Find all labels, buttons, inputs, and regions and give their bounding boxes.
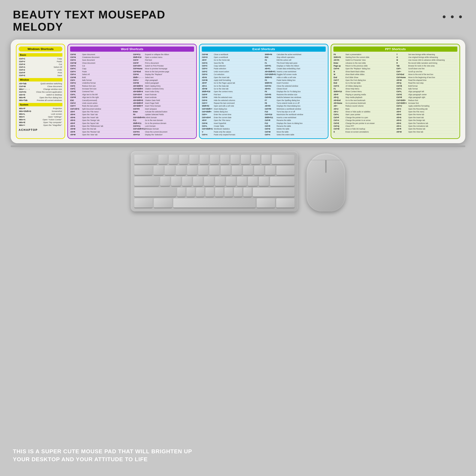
list-item: Alt+WGo to the view tab	[202, 87, 263, 90]
kb-key	[158, 155, 168, 164]
list-item: OUse original timings while rehearsing	[396, 56, 457, 59]
kb-key	[165, 166, 175, 175]
keyboard-row-3	[134, 177, 295, 186]
kb-key	[237, 177, 247, 186]
list-item: Ctrl+]Increase font size	[70, 87, 131, 90]
list-item: Alt+AOpen the Animations tab	[396, 125, 457, 128]
mouse	[306, 153, 345, 211]
list-item: Ctrl+PPrint a document	[133, 62, 194, 65]
list-item: Alt+ROpen the 'Review' tab	[70, 131, 131, 133]
kb-key	[198, 166, 208, 175]
bottom-text-line1: THIS IS A SUPER CUTE MOUSE PAD THAT WILL…	[13, 447, 192, 455]
list-item: Ctrl+FFind text	[133, 59, 194, 62]
list-item: Alt+F1Create data embedding chart	[265, 67, 326, 70]
ppt-panel: PPT Shortcuts F5Start a presentation Shi…	[331, 44, 460, 139]
list-item: Alt+Shift+XInsert Index Entry	[133, 90, 194, 93]
list-item: TabBrowse for tools in the view area	[396, 65, 457, 67]
list-item: Alt+PGo to the Page Layout tab	[202, 82, 263, 85]
list-item: Ctrl+Alt+FEnter the current date	[202, 116, 263, 119]
list-item: Ctrl+F8Minimizes a workbook window	[265, 108, 326, 110]
kb-key	[196, 187, 204, 197]
list-item: Win++Open the "Magnifier"	[19, 124, 62, 126]
kb-key	[187, 166, 197, 175]
list-item: Shift+F2Open and edit a cell note	[202, 105, 263, 107]
list-item: Ctrl+EAlign paragraph center	[396, 93, 457, 96]
list-item: Ctrl+ZUndo	[19, 68, 62, 71]
list-item: Ctrl+Alt+DInsert endnote	[133, 96, 194, 99]
list-item: Ctrl+HOpen the "Replace" dialog box	[333, 67, 394, 70]
list-item: Ctrl+WClose document	[19, 85, 62, 88]
bottom-tagline: THIS IS A SUPER CUTE MOUSE PAD THAT WILL…	[13, 447, 192, 463]
list-item: Alt+QRead the next step	[396, 82, 457, 85]
kb-key	[253, 187, 295, 197]
list-item: Ctrl+UUnderline format	[70, 82, 131, 85]
excel-col-left: Ctrl+WClose a workbook Ctrl+OOpen a work…	[202, 53, 263, 136]
list-item: Ctrl+HomeMove to preview homepage	[133, 67, 194, 70]
list-item: Alt+GOpen the 'Design' tab	[70, 119, 131, 122]
list-item: Shift+F5Starting from the current slide	[333, 56, 394, 59]
list-item: Ctrl+0Hide the selected columns	[202, 99, 263, 102]
kb-key	[177, 187, 186, 197]
list-item: Shift+F10Show Context Menu	[333, 90, 394, 93]
list-item: Ctrl+KInsert hyperlink	[202, 122, 263, 125]
kb-key	[259, 177, 269, 186]
kb-key	[257, 198, 275, 208]
kb-key	[169, 155, 178, 164]
list-item: Ctrl+Alt+ISwitch to Print Preview	[133, 65, 194, 67]
kb-key	[221, 166, 231, 175]
list-item: Alt+↑Reduce sound volume	[333, 105, 394, 107]
kb-key	[276, 166, 295, 175]
list-item: Alt+F4Closes Excel	[265, 87, 326, 90]
excel-shortcuts-grid: Ctrl+WClose a workbook Ctrl+OOpen a work…	[202, 53, 326, 136]
list-item: Ctrl+QClose PPT	[333, 125, 394, 128]
list-item: Ctrl+VPaste selection	[202, 67, 263, 70]
list-item: Ctrl+EndMove to the last preview page	[133, 70, 194, 73]
list-item: Ctrl+FFind text	[202, 93, 263, 96]
list-item: ESCCancel(command)	[70, 99, 131, 102]
list-item: Alt+GOpen the Design tab	[396, 119, 457, 122]
list-item: F3Paste Name dialog box	[265, 79, 326, 82]
kb-key	[179, 155, 188, 164]
list-item: Ctrl+OOpen a workbook	[202, 56, 263, 59]
list-item: Ctrl+RAlign paragraph right	[396, 96, 457, 99]
list-item: Ctrl+Shift+-Delete dialog box	[202, 110, 263, 113]
list-item: Ctrl+UApply underline formatting	[396, 105, 457, 107]
list-item: Ctrl+XCut selection	[202, 73, 263, 76]
list-item: Ctrl+VPaste	[70, 70, 131, 73]
bottom-bar-decoration	[11, 145, 465, 147]
header: BEAUTY TEXT MOUSEPAD MELODY • • •	[0, 0, 476, 37]
list-item: Shift+F11Go to the previous domain	[133, 122, 194, 125]
list-item: BShow blank black slides	[333, 70, 394, 73]
list-item: Ctrl+Mshow or hide ink markup	[333, 128, 394, 130]
word-panel: Word Shortcuts Ctrl+DOpen document Ctrl+…	[67, 44, 197, 139]
list-item: Ctrl+YRepeat the last command	[202, 102, 263, 105]
kb-key	[153, 166, 164, 175]
list-item: Ctrl+HomeMove to the beginning of text b…	[396, 76, 457, 79]
word-col-left: Ctrl+DOpen document Ctrl+NCreatenew docu…	[70, 53, 131, 136]
list-item: Ctrl+WClose document	[70, 62, 131, 65]
list-item: Ctrl+Alt+FInsert footnote	[133, 93, 194, 96]
list-item: Ctrl+JAlign paragraph	[133, 79, 194, 82]
list-item: Ctrl+Shift+Reduce font	[396, 99, 457, 102]
kb-key-space	[173, 198, 255, 208]
list-item: Page upReturn to the previous slide	[333, 65, 394, 67]
list-item: MUse mouse click to advance while rehear…	[396, 59, 457, 62]
ppt-col-right: TSet new timings while rehearsing OUse o…	[396, 53, 457, 133]
list-item: Ctrl+F1Displays or hides the ribbon	[265, 65, 326, 67]
list-item: Ctrl+HDisplay the "Replace"	[133, 73, 194, 76]
list-item: F5Displays the Go To dialog box	[265, 90, 326, 93]
keyboard-row-4	[134, 187, 295, 197]
list-item: Alt+NOpen the Insert tab	[202, 76, 263, 79]
list-item: Alt+SOpen the 'References' tab	[70, 125, 131, 128]
kb-key	[134, 166, 153, 175]
list-item: Ctrl+Shift++Insert dialog box	[202, 108, 263, 110]
list-item: Ctrl+F6Switche between two windows	[265, 96, 326, 99]
list-item: ESCStop refresh operation	[265, 56, 326, 59]
list-item: Shift+F2Adds or edits a cell note	[265, 76, 326, 79]
kb-key	[234, 187, 242, 197]
list-item: Ctrl+Shift+>Increase font	[396, 102, 457, 105]
list-item: Alt+Shift+0Mark Catalog Entry	[133, 85, 194, 87]
list-item: Alt+WOpen the View tab	[396, 131, 457, 133]
list-item: Ctrl+Shift+F1Toggles full screen mode	[265, 73, 326, 76]
kb-key	[226, 177, 236, 186]
